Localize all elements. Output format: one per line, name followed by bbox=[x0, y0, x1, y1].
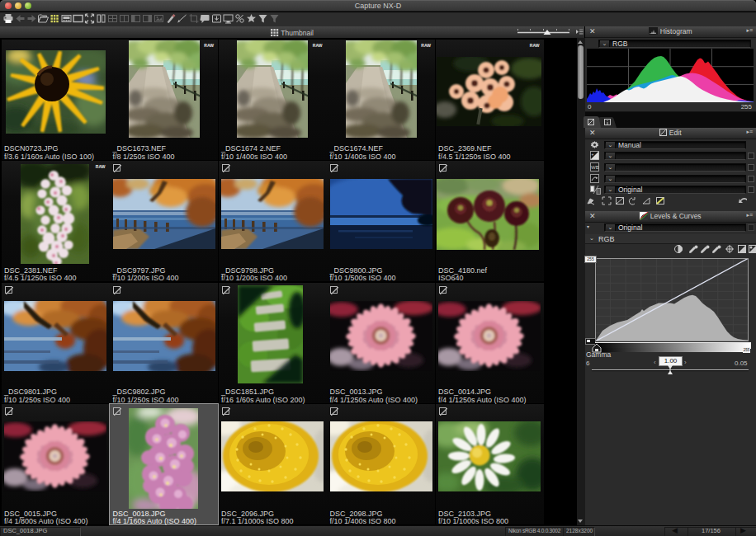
svg-text:+: + bbox=[592, 152, 594, 157]
svg-text:WB: WB bbox=[591, 165, 599, 170]
